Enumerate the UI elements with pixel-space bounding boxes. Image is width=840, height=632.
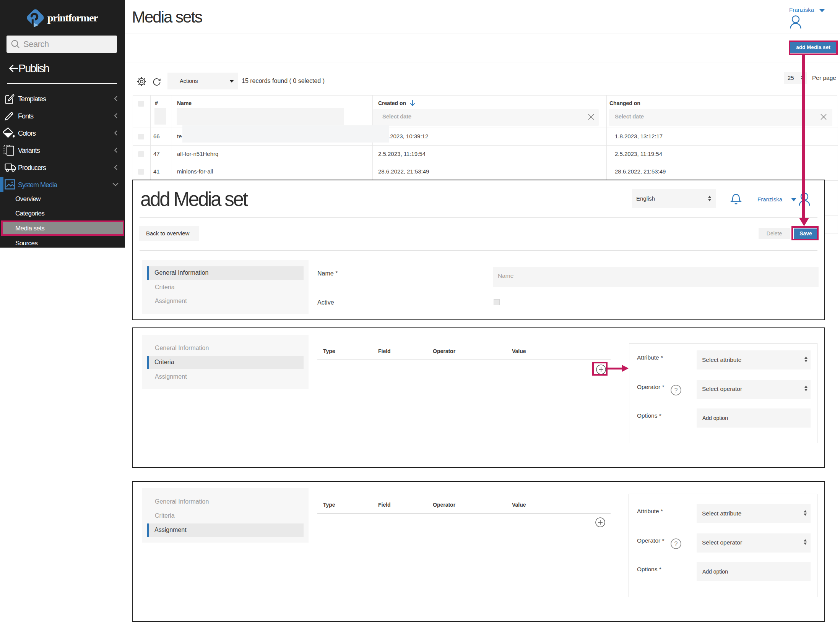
svg-text:?: ?: [674, 387, 678, 394]
svg-text:?: ?: [674, 541, 678, 547]
